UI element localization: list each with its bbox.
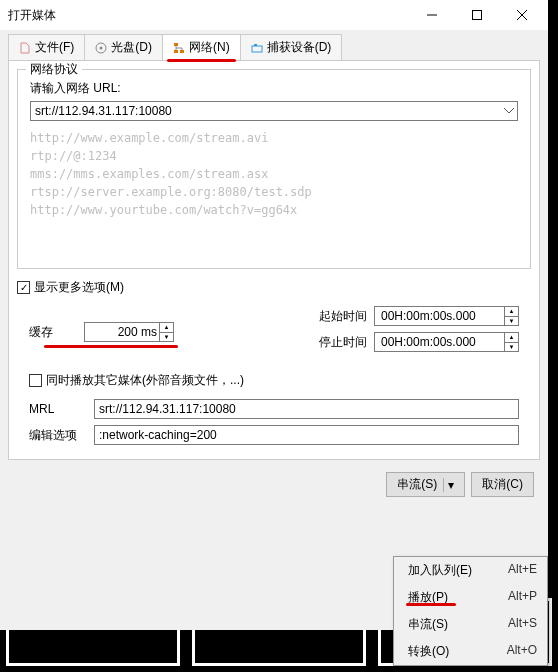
tab-disc-label: 光盘(D) (111, 39, 152, 56)
annotation-underline (167, 59, 236, 62)
cache-spinner[interactable]: 200 ms ▲▼ (84, 322, 174, 342)
cancel-button[interactable]: 取消(C) (471, 472, 534, 497)
mrl-input[interactable]: srt://112.94.31.117:10080 (94, 399, 519, 419)
url-label: 请输入网络 URL: (30, 80, 518, 97)
tab-disc[interactable]: 光盘(D) (84, 34, 163, 60)
sync-media-label: 同时播放其它媒体(外部音频文件，...) (46, 372, 244, 389)
annotation-underline (44, 345, 178, 348)
spin-down-icon[interactable]: ▼ (504, 343, 518, 352)
tab-network[interactable]: 网络(N) (162, 34, 241, 60)
url-input[interactable]: srt://112.94.31.117:10080 (30, 101, 518, 121)
network-protocol-group: 网络协议 请输入网络 URL: srt://112.94.31.117:1008… (17, 69, 531, 269)
menu-item-convert[interactable]: 转换(O) Alt+O (394, 638, 547, 665)
show-more-label: 显示更多选项(M) (34, 279, 124, 296)
edit-options-input[interactable]: :network-caching=200 (94, 425, 519, 445)
main-panel: 网络协议 请输入网络 URL: srt://112.94.31.117:1008… (8, 60, 540, 460)
svg-rect-8 (180, 50, 184, 53)
spin-up-icon[interactable]: ▲ (504, 333, 518, 343)
tabs: 文件(F) 光盘(D) 网络(N) 捕获设备(D) (8, 34, 540, 60)
menu-item-enqueue[interactable]: 加入队列(E) Alt+E (394, 557, 547, 584)
menu-item-stream[interactable]: 串流(S) Alt+S (394, 611, 547, 638)
stop-time-label: 停止时间 (319, 334, 374, 351)
stop-time-input[interactable]: 00H:00m:00s.000 ▲▼ (374, 332, 519, 352)
spin-down-icon[interactable]: ▼ (159, 333, 173, 342)
tab-network-label: 网络(N) (189, 39, 230, 56)
titlebar: 打开媒体 (0, 0, 548, 30)
tab-capture[interactable]: 捕获设备(D) (240, 34, 343, 60)
network-icon (173, 42, 185, 54)
menu-item-play[interactable]: 播放(P) Alt+P (394, 584, 547, 611)
tab-file[interactable]: 文件(F) (8, 34, 85, 60)
svg-marker-4 (21, 43, 29, 53)
spin-down-icon[interactable]: ▼ (504, 317, 518, 326)
capture-icon (251, 42, 263, 54)
disc-icon (95, 42, 107, 54)
close-button[interactable] (499, 0, 544, 30)
open-media-dialog: 打开媒体 文件(F) 光盘(D) 网络(N) 捕获设备(D) 网络协议 请输入网… (0, 0, 548, 630)
tab-capture-label: 捕获设备(D) (267, 39, 332, 56)
start-time-label: 起始时间 (319, 308, 374, 325)
tab-file-label: 文件(F) (35, 39, 74, 56)
svg-point-6 (100, 46, 103, 49)
stream-button[interactable]: 串流(S) ▾ (386, 472, 465, 497)
window-title: 打开媒体 (8, 7, 409, 24)
svg-rect-7 (174, 43, 178, 46)
maximize-button[interactable] (454, 0, 499, 30)
annotation-underline (406, 603, 456, 606)
group-title: 网络协议 (26, 61, 82, 78)
start-time-input[interactable]: 00H:00m:00s.000 ▲▼ (374, 306, 519, 326)
svg-rect-13 (252, 46, 262, 52)
svg-rect-1 (472, 11, 481, 20)
edit-options-label: 编辑选项 (29, 427, 94, 444)
file-icon (19, 42, 31, 54)
svg-rect-14 (254, 44, 257, 46)
spin-up-icon[interactable]: ▲ (159, 323, 173, 333)
show-more-checkbox[interactable]: ✓ (17, 281, 30, 294)
stream-dropdown-menu: 加入队列(E) Alt+E 播放(P) Alt+P 串流(S) Alt+S 转换… (393, 556, 548, 666)
chevron-down-icon[interactable]: ▾ (443, 478, 454, 492)
url-examples: http://www.example.com/stream.avi rtp://… (30, 129, 518, 219)
minimize-button[interactable] (409, 0, 454, 30)
cache-label: 缓存 (29, 324, 84, 341)
chevron-down-icon[interactable] (504, 108, 514, 114)
svg-rect-9 (174, 50, 178, 53)
sync-media-checkbox[interactable] (29, 374, 42, 387)
spin-up-icon[interactable]: ▲ (504, 307, 518, 317)
mrl-label: MRL (29, 402, 94, 416)
